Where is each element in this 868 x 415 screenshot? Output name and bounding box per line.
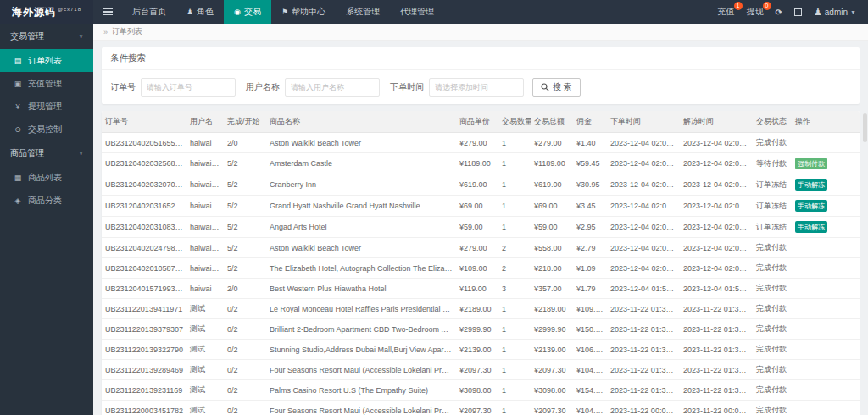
cell-total: ¥2097.30 — [531, 401, 573, 415]
cell-unfreeze_time: 2023-11-22 01:39:28 — [680, 380, 753, 401]
cell-username: haiwaiym — [186, 174, 224, 196]
search-fields: 订单号用户名称下单时间 — [110, 78, 524, 97]
cell-qty: 1 — [498, 217, 531, 238]
orders-table-card: 订单号用户名完成/开始商品名称商品单价交易数量交易总额佣金下单时间解冻时间交易状… — [102, 111, 860, 415]
cell-order_no: UB2312040201058786 — [102, 258, 186, 279]
cell-order_time: 2023-11-22 01:39:28 — [607, 360, 680, 380]
cell-status: 完成付款 — [753, 133, 792, 153]
app-logo: 海外源码 @cx718 — [0, 0, 93, 24]
nav-item-help-center[interactable]: ⚑帮助中心 — [271, 0, 336, 24]
order-time-input[interactable] — [429, 78, 524, 97]
recharge-badge: 1 — [734, 2, 743, 10]
cell-order_no: UB2311220139379307 — [102, 319, 186, 340]
cell-price: ¥59.00 — [456, 217, 498, 238]
cell-unfreeze_time: 2023-12-04 02:03:25 — [680, 153, 753, 174]
cell-actions: 强制付款取消订单 — [792, 153, 860, 174]
cell-product: Brilliant 2-Bedroom Apartment CBD Two-Be… — [266, 319, 456, 340]
cell-commission: ¥150.00 — [573, 319, 607, 340]
column-header-unfreeze_time: 解冻时间 — [680, 111, 753, 133]
order-no-input[interactable] — [141, 78, 236, 97]
cell-order_time: 2023-11-22 01:39:37 — [607, 319, 680, 340]
sidebar-item-order-list[interactable]: ▤订单列表 — [0, 49, 93, 72]
cell-qty: 1 — [498, 153, 531, 174]
manual-unfreeze-button[interactable]: 手动解冻 — [795, 200, 827, 212]
cell-total: ¥619.00 — [531, 174, 573, 196]
cell-total: ¥279.00 — [531, 133, 573, 153]
menu-toggle-icon[interactable] — [93, 0, 122, 24]
cell-price: ¥279.00 — [456, 238, 498, 258]
cell-product: The Elizabeth Hotel, Autograph Collectio… — [266, 258, 456, 279]
cell-total: ¥558.00 — [531, 238, 573, 258]
cell-unfreeze_time: 2023-12-04 02:03:25 — [680, 174, 753, 196]
sidebar-item-goods-category[interactable]: ◈商品分类 — [0, 189, 93, 212]
sidebar-menu: 交易管理∨▤订单列表▣充值管理¥提现管理⊙交易控制商品管理∨▦商品列表◈商品分类 — [0, 24, 93, 212]
cell-price: ¥69.00 — [456, 196, 498, 217]
cell-order_no: UB2311220139231169 — [102, 380, 186, 401]
sidebar-group-goods-mgmt[interactable]: 商品管理∨ — [0, 141, 93, 166]
cell-progress: 5/2 — [224, 258, 266, 279]
cell-progress: 5/2 — [224, 217, 266, 238]
nav-item-trade[interactable]: ◉交易 — [224, 0, 271, 24]
withdraw-link[interactable]: 提现 0 — [747, 6, 764, 18]
cell-unfreeze_time: 2023-12-04 01:57:24 — [680, 279, 753, 299]
cell-status: 完成付款 — [753, 279, 792, 299]
user-name-input[interactable] — [285, 78, 380, 97]
fullscreen-button[interactable] — [794, 8, 802, 16]
cell-order_no: UB2311220139322790 — [102, 340, 186, 360]
cell-product: Cranberry Inn — [266, 174, 456, 196]
search-icon — [541, 83, 549, 91]
search-card-title: 条件搜索 — [102, 47, 860, 70]
cell-product: Aston Waikiki Beach Tower — [266, 133, 456, 153]
cell-qty: 1 — [498, 360, 531, 380]
nav-item-role[interactable]: ♟角色 — [176, 0, 224, 24]
sidebar-group-trade-mgmt[interactable]: 交易管理∨ — [0, 24, 93, 49]
column-header-price: 商品单价 — [456, 111, 498, 133]
search-button[interactable]: 搜 索 — [532, 78, 581, 97]
force-pay-button[interactable]: 强制付款 — [795, 158, 827, 169]
cell-price: ¥3098.00 — [456, 380, 498, 401]
withdraw-badge: 0 — [763, 2, 771, 10]
sidebar-item-goods-list[interactable]: ▦商品列表 — [0, 166, 93, 189]
recharge-link[interactable]: 充值 1 — [718, 6, 735, 18]
cell-commission: ¥1.40 — [573, 133, 607, 153]
cell-username: 测试 — [186, 299, 224, 319]
nav-item-agent-mgmt[interactable]: 代理管理 — [390, 0, 444, 24]
nav-item-system-mgmt[interactable]: 系统管理 — [336, 0, 390, 24]
goods-category-icon: ◈ — [12, 196, 24, 205]
table-row: UB2312040157199331haiwai2/0Best Western … — [102, 279, 860, 299]
chevron-down-icon: ∨ — [79, 33, 83, 40]
table-row: UB2312040203207046haiwaiym5/2Cranberry I… — [102, 174, 860, 196]
sidebar-item-trade-control[interactable]: ⊙交易控制 — [0, 118, 93, 141]
manual-unfreeze-button[interactable]: 手动解冻 — [795, 221, 827, 233]
order-no-label: 订单号 — [110, 81, 136, 93]
cell-product: Angad Arts Hotel — [266, 217, 456, 238]
cell-commission: ¥109.45 — [573, 299, 607, 319]
manual-unfreeze-button[interactable]: 手动解冻 — [795, 179, 827, 191]
cell-product: Amsterdam Castle — [266, 153, 456, 174]
table-row: UB2311220139289469测试0/2Four Seasons Reso… — [102, 360, 860, 380]
main-area: » 订单列表 条件搜索 订单号用户名称下单时间 搜 索 订单号用户名完成/开始商… — [93, 24, 868, 415]
table-row: UB2312040203108340haiwaiym5/2Angad Arts … — [102, 217, 860, 238]
cell-progress: 0/2 — [224, 299, 266, 319]
cell-order_time: 2023-12-04 02:03:16 — [607, 196, 680, 217]
sidebar-item-withdraw-mgmt[interactable]: ¥提现管理 — [0, 95, 93, 118]
cell-username: 测试 — [186, 401, 224, 415]
cell-commission: ¥154.90 — [573, 380, 607, 401]
cell-username: haiwaiym — [186, 217, 224, 238]
cell-price: ¥2139.00 — [456, 340, 498, 360]
search-field-order-no: 订单号 — [110, 78, 236, 97]
cell-progress: 5/2 — [224, 238, 266, 258]
cell-actions — [792, 258, 860, 279]
table-row: UB2312040201058786haiwaiym5/2The Elizabe… — [102, 258, 860, 279]
cell-price: ¥119.00 — [456, 279, 498, 299]
vertical-scrollbar[interactable] — [863, 113, 867, 142]
refresh-icon[interactable]: ⟳ — [776, 8, 782, 17]
cell-order_no: UB2312040157199331 — [102, 279, 186, 299]
nav-item-label: 系统管理 — [346, 6, 380, 18]
user-menu[interactable]: ♟ admin ▼ — [814, 7, 856, 18]
cell-actions: 手动解冻 — [792, 217, 860, 238]
nav-item-home[interactable]: 后台首页 — [122, 0, 176, 24]
column-header-product: 商品名称 — [266, 111, 456, 133]
column-header-progress: 完成/开始 — [224, 111, 266, 133]
sidebar-item-recharge-mgmt[interactable]: ▣充值管理 — [0, 72, 93, 95]
